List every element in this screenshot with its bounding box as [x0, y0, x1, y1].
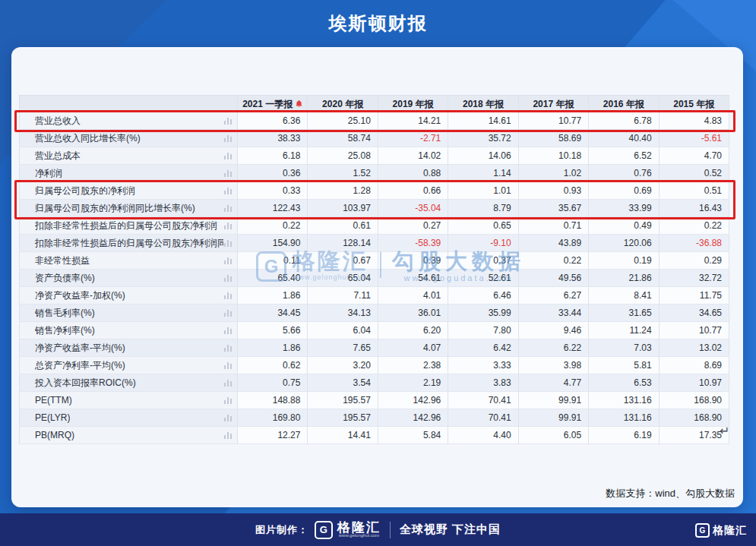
- financial-table: 2021 一季报2020 年报2019 年报2018 年报2017 年报2016…: [19, 95, 729, 444]
- bar-chart-icon[interactable]: [224, 275, 232, 282]
- value-cell: 43.89: [519, 235, 589, 252]
- table-row: 销售毛利率(%)34.4534.1336.0135.9933.4431.6534…: [19, 305, 729, 322]
- value-cell: 6.52: [589, 147, 659, 165]
- footer-brand-name: 格隆汇: [337, 522, 381, 533]
- bar-chart-icon[interactable]: [224, 345, 232, 352]
- table-row: 净利润0.361.520.881.141.020.760.52: [19, 165, 729, 182]
- bar-chart-icon[interactable]: [224, 118, 232, 125]
- value-cell: 0.69: [589, 182, 659, 200]
- value-cell: 122.43: [238, 200, 308, 217]
- return-arrow-icon: ↵: [720, 424, 729, 438]
- value-cell: 13.02: [660, 339, 729, 357]
- bar-chart-icon[interactable]: [224, 240, 232, 247]
- gelonghui-logo-icon: G: [315, 521, 333, 539]
- value-cell: 0.88: [378, 165, 448, 182]
- value-cell: 38.33: [238, 130, 308, 147]
- footer-slogan: 全球视野 下注中国: [400, 522, 501, 537]
- value-cell: 148.88: [238, 392, 308, 409]
- value-cell: 6.27: [519, 287, 589, 305]
- value-cell: 0.71: [519, 217, 589, 235]
- value-cell: 14.21: [378, 112, 448, 130]
- value-cell: 7.03: [589, 339, 659, 357]
- footer-right-logo: G 格隆汇: [695, 523, 747, 538]
- value-cell: 0.76: [589, 165, 659, 182]
- value-cell: 99.91: [519, 392, 589, 409]
- gelonghui-logo-icon: G: [695, 523, 710, 538]
- table-row: PE(TTM)148.88195.57142.9670.4199.91131.1…: [19, 392, 729, 409]
- value-cell: 6.18: [238, 147, 308, 165]
- bar-chart-icon[interactable]: [224, 292, 232, 299]
- value-cell: 4.40: [448, 427, 518, 444]
- value-cell: 0.61: [308, 217, 378, 235]
- value-cell: 14.06: [448, 147, 518, 165]
- bar-chart-icon[interactable]: [224, 205, 232, 212]
- col-header-metric: [19, 95, 238, 112]
- col-header-period: 2018 年报: [448, 95, 518, 112]
- table-body: 2021 一季报2020 年报2019 年报2018 年报2017 年报2016…: [19, 95, 729, 444]
- value-cell: 10.77: [660, 322, 729, 339]
- bar-chart-icon[interactable]: [224, 153, 232, 159]
- value-cell: 21.86: [589, 270, 659, 287]
- col-header-period: 2021 一季报: [238, 95, 308, 112]
- value-cell: 103.97: [308, 200, 378, 217]
- value-cell: 6.42: [448, 339, 518, 357]
- bar-chart-icon[interactable]: [224, 170, 232, 177]
- table-row: 净资产收益率-平均(%)1.867.654.076.426.227.0313.0…: [19, 339, 729, 357]
- value-cell: 0.49: [589, 217, 659, 235]
- bar-chart-icon[interactable]: [224, 327, 232, 334]
- bar-chart-icon[interactable]: [224, 432, 232, 439]
- row-label-cell: 净资产收益率-平均(%): [19, 339, 238, 357]
- bar-chart-icon[interactable]: [224, 188, 232, 194]
- value-cell: 9.46: [519, 322, 589, 339]
- value-cell: 11.75: [660, 287, 729, 305]
- value-cell: 131.16: [589, 409, 659, 427]
- value-cell: 5.84: [378, 427, 448, 444]
- value-cell: 14.41: [308, 427, 378, 444]
- value-cell: -36.88: [660, 235, 729, 252]
- bell-icon: [296, 96, 302, 112]
- row-label-cell: 净资产收益率-加权(%): [19, 287, 238, 305]
- table-row: 归属母公司股东的净利润同比增长率(%)122.43103.97-35.048.7…: [19, 200, 729, 217]
- bar-chart-icon[interactable]: [224, 380, 232, 387]
- value-cell: 10.18: [519, 147, 589, 165]
- bar-chart-icon[interactable]: [224, 415, 232, 421]
- row-label-cell: 营业总成本: [19, 147, 238, 165]
- bar-chart-icon[interactable]: [224, 135, 232, 142]
- table-row: 营业总成本6.1825.0814.0214.0610.186.524.70: [19, 147, 729, 165]
- table-row: 营业总收入同比增长率(%)38.3358.74-2.7135.7258.6940…: [19, 130, 729, 147]
- row-label-cell: 营业总收入同比增长率(%): [19, 130, 238, 147]
- table-row: 投入资本回报率ROIC(%)0.753.542.193.834.776.5310…: [19, 374, 729, 392]
- page-title: 埃斯顿财报: [0, 11, 756, 36]
- value-cell: 31.65: [589, 305, 659, 322]
- table-row: PE(LYR)169.80195.57142.9670.4199.91131.1…: [19, 409, 729, 427]
- value-cell: 1.52: [308, 165, 378, 182]
- value-cell: -5.61: [660, 130, 729, 147]
- value-cell: 35.67: [519, 200, 589, 217]
- value-cell: 6.19: [589, 427, 659, 444]
- value-cell: 14.61: [448, 112, 518, 130]
- value-cell: 99.91: [519, 409, 589, 427]
- bar-chart-icon[interactable]: [224, 223, 232, 229]
- row-label-cell: PE(TTM): [19, 392, 238, 409]
- value-cell: 0.27: [378, 217, 448, 235]
- value-cell: 34.65: [660, 305, 729, 322]
- value-cell: 6.46: [448, 287, 518, 305]
- bar-chart-icon[interactable]: [224, 362, 232, 369]
- col-header-period: 2015 年报: [660, 95, 729, 112]
- bar-chart-icon[interactable]: [224, 257, 232, 264]
- value-cell: 40.40: [589, 130, 659, 147]
- value-cell: 3.98: [519, 357, 589, 374]
- value-cell: 65.40: [238, 270, 308, 287]
- col-header-period: 2020 年报: [308, 95, 378, 112]
- value-cell: 35.72: [448, 130, 518, 147]
- value-cell: 4.07: [378, 339, 448, 357]
- value-cell: -2.71: [378, 130, 448, 147]
- bar-chart-icon[interactable]: [224, 397, 232, 404]
- footer-made-by-label: 图片制作：: [255, 523, 308, 537]
- bar-chart-icon[interactable]: [224, 310, 232, 317]
- table-header-row: 2021 一季报2020 年报2019 年报2018 年报2017 年报2016…: [19, 95, 729, 112]
- value-cell: 1.28: [308, 182, 378, 200]
- footer-right-brand-name: 格隆汇: [713, 524, 747, 538]
- value-cell: 142.96: [378, 409, 448, 427]
- value-cell: 128.14: [308, 235, 378, 252]
